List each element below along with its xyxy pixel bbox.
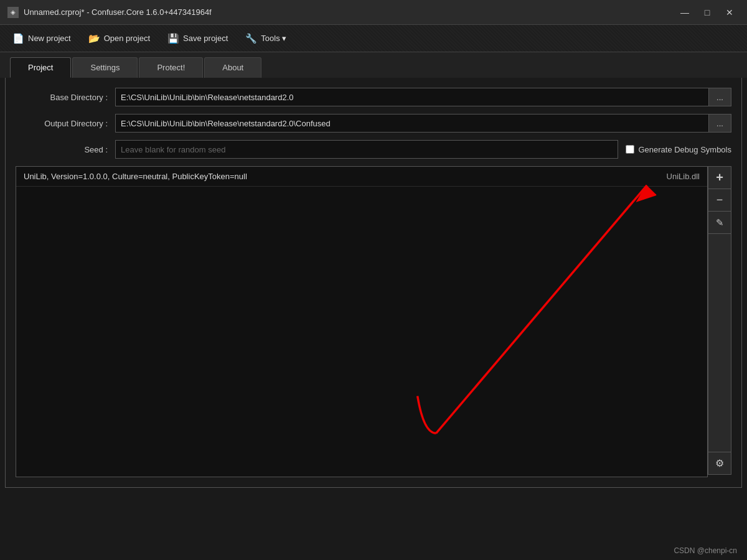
tools-icon: 🔧 — [245, 33, 257, 44]
edit-assembly-button[interactable]: ✎ — [708, 212, 731, 234]
title-bar: ◈ Unnamed.crproj* - Confuser.Core 1.6.0+… — [0, 0, 747, 25]
tab-strip-wrap: Project Settings Protect! About — [0, 52, 747, 78]
assembly-settings-button[interactable]: ⚙ — [708, 452, 731, 474]
menu-tools-label: Tools ▾ — [261, 34, 286, 43]
menu-save-project-label: Save project — [183, 34, 228, 43]
seed-input[interactable] — [115, 140, 618, 159]
side-buttons: + − ✎ ⚙ — [708, 166, 731, 477]
assembly-action-buttons: + − ✎ ⚙ — [708, 166, 731, 475]
window-controls: — □ ✕ — [675, 5, 740, 20]
tab-project[interactable]: Project — [10, 57, 71, 78]
annotation-arrow — [16, 167, 707, 477]
menu-save-project[interactable]: 💾 Save project — [160, 29, 235, 48]
menu-new-project-label: New project — [28, 34, 71, 43]
watermark: CSDN @chenpi-cn — [674, 546, 737, 555]
output-directory-input[interactable] — [115, 114, 709, 133]
base-directory-browse-button[interactable]: ... — [709, 88, 731, 106]
project-panel: Base Directory : ... Output Directory : … — [5, 78, 742, 488]
remove-assembly-button[interactable]: − — [708, 189, 731, 212]
menu-bar: 📄 New project 📂 Open project 💾 Save proj… — [0, 25, 747, 52]
base-directory-input[interactable] — [115, 88, 709, 106]
output-directory-row: Output Directory : ... — [16, 114, 731, 133]
seed-row: Seed : Generate Debug Symbols — [16, 140, 731, 159]
output-directory-label: Output Directory : — [16, 119, 115, 128]
menu-tools[interactable]: 🔧 Tools ▾ — [238, 29, 294, 48]
table-row[interactable]: UniLib, Version=1.0.0.0, Culture=neutral… — [16, 167, 707, 187]
menu-new-project[interactable]: 📄 New project — [5, 29, 78, 48]
menu-open-project[interactable]: 📂 Open project — [81, 29, 157, 48]
assembly-section: UniLib, Version=1.0.0.0, Culture=neutral… — [16, 166, 731, 477]
tab-about[interactable]: About — [204, 57, 261, 78]
add-assembly-button[interactable]: + — [708, 167, 731, 189]
generate-debug-label: Generate Debug Symbols — [626, 145, 731, 154]
assembly-file: UniLib.dll — [667, 172, 700, 181]
close-button[interactable]: ✕ — [720, 5, 740, 20]
tab-strip: Project Settings Protect! About — [5, 52, 742, 78]
output-directory-browse-button[interactable]: ... — [709, 114, 731, 133]
new-project-icon: 📄 — [12, 33, 24, 44]
open-project-icon: 📂 — [88, 33, 100, 44]
seed-label: Seed : — [16, 145, 115, 154]
minimize-button[interactable]: — — [675, 5, 695, 20]
assembly-list: UniLib, Version=1.0.0.0, Culture=neutral… — [16, 166, 708, 477]
tab-settings[interactable]: Settings — [72, 57, 138, 78]
base-directory-label: Base Directory : — [16, 93, 115, 102]
menu-open-project-label: Open project — [104, 34, 150, 43]
app-icon: ◈ — [7, 7, 19, 18]
svg-line-0 — [436, 185, 647, 433]
maximize-button[interactable]: □ — [697, 5, 717, 20]
assembly-full-name: UniLib, Version=1.0.0.0, Culture=neutral… — [24, 172, 247, 181]
generate-debug-checkbox[interactable] — [626, 145, 634, 154]
tab-protect[interactable]: Protect! — [139, 57, 203, 78]
save-project-icon: 💾 — [167, 33, 179, 44]
window-title: Unnamed.crproj* - Confuser.Core 1.6.0+44… — [24, 7, 212, 17]
base-directory-row: Base Directory : ... — [16, 88, 731, 106]
